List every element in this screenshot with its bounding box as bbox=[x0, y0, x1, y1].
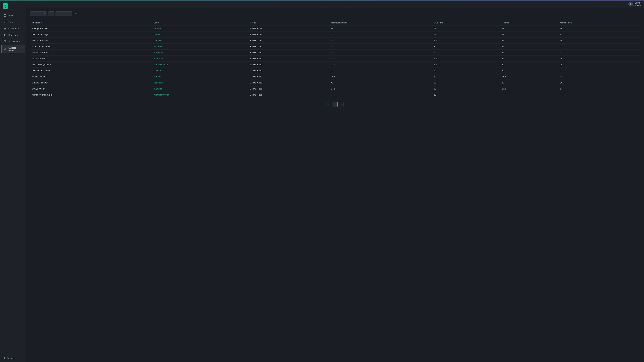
prev-page-button[interactable]: ‹ bbox=[326, 102, 331, 107]
cell-login[interactable]: ylieonova bbox=[152, 43, 248, 50]
main-content: DavidMalan × Full Name Login Group Macro bbox=[26, 0, 644, 362]
svg-rect-2 bbox=[4, 15, 5, 16]
table-row: Eduard PaimashepaimashEMMB-622e42206225 bbox=[30, 80, 640, 86]
login-link[interactable]: mkryzhanovska bbox=[154, 93, 169, 96]
table-row: Oleksandr ZhukovozhukovEMMB-522e9229629 bbox=[30, 68, 640, 74]
filter-select[interactable] bbox=[30, 11, 47, 16]
login-link[interactable]: dfadieiev bbox=[154, 39, 162, 42]
svg-rect-23 bbox=[6, 48, 6, 50]
filter-clear-button[interactable]: × bbox=[74, 11, 78, 16]
cell-login[interactable]: dmaksymenko bbox=[152, 62, 248, 68]
cell-management: 26 bbox=[558, 25, 640, 31]
table-row: Zlata PetrenkozpetrenkoEMMB-522e13810062… bbox=[30, 56, 640, 62]
cell-login[interactable]: mhubina bbox=[152, 74, 248, 80]
col-group: Group bbox=[248, 20, 329, 25]
cell-login[interactable]: ozhukov bbox=[152, 68, 248, 74]
sidebar: g Project bbox=[0, 0, 26, 362]
cell-marketing: 52 bbox=[432, 25, 500, 31]
project-icon bbox=[4, 14, 7, 17]
cell-marketing: 10 bbox=[432, 74, 500, 80]
avatar bbox=[628, 1, 633, 6]
cell-macroeconomics: 88 bbox=[329, 25, 432, 31]
cell-marketing: 100 bbox=[432, 37, 500, 43]
login-link[interactable]: zpetrenko bbox=[154, 57, 163, 60]
content-area: × Full Name Login Group Macroeconomics M… bbox=[26, 8, 644, 362]
sidebar-item-tree[interactable]: Tree bbox=[1, 19, 25, 25]
sidebar-item-assessment[interactable]: Assessment bbox=[1, 38, 25, 45]
sidebar-item-subject-marks[interactable]: Subject Marks bbox=[1, 45, 25, 53]
cell-login[interactable]: epaimash bbox=[152, 80, 248, 86]
filter-input-1[interactable] bbox=[48, 11, 54, 16]
cell-marketing: 100 bbox=[432, 56, 500, 62]
cell-login[interactable]: olesyk bbox=[152, 31, 248, 37]
collapse-button[interactable]: Collapse bbox=[0, 354, 26, 362]
login-link[interactable]: dkushnir bbox=[154, 87, 162, 90]
sidebar-item-challenges[interactable]: Challenges bbox=[1, 25, 25, 32]
cell-macroeconomics: 138 bbox=[329, 56, 432, 62]
cell-finance: 62 bbox=[500, 50, 558, 56]
cell-login[interactable]: ksobko bbox=[152, 25, 248, 31]
cell-macroeconomics: 138 bbox=[329, 50, 432, 56]
table-row: Mariia KryzhanovskamkryzhanovskaEMMB-722… bbox=[30, 92, 640, 98]
login-link[interactable]: ozhukov bbox=[154, 69, 162, 72]
sidebar-nav: Project Tree bbox=[0, 12, 26, 53]
svg-line-9 bbox=[4, 22, 5, 22]
cell-management: 72 bbox=[558, 50, 640, 56]
next-page-button[interactable]: › bbox=[339, 102, 344, 107]
cell-group: EMMB-522e bbox=[248, 56, 329, 62]
filter-input-2[interactable] bbox=[56, 11, 72, 16]
svg-point-7 bbox=[5, 23, 6, 23]
assessment-icon bbox=[4, 40, 7, 43]
cell-macroeconomics: 133 bbox=[329, 62, 432, 68]
cell-group: EMMB-522e bbox=[248, 68, 329, 74]
table-header-row: Full Name Login Group Macroeconomics Mar… bbox=[30, 20, 640, 25]
login-link[interactable]: dmaksymenko bbox=[154, 63, 168, 66]
cell-login[interactable]: mkryzhanovska bbox=[152, 92, 248, 98]
cell-marketing: 100 bbox=[432, 62, 500, 68]
cell-group: EMMB-722e bbox=[248, 92, 329, 98]
table-header: Full Name Login Group Macroeconomics Mar… bbox=[30, 20, 640, 25]
cell-login[interactable]: zpetrenko bbox=[152, 56, 248, 62]
cell-finance: 62 bbox=[500, 25, 558, 31]
page-1-button[interactable]: 1 bbox=[332, 102, 338, 107]
cell-marketing: 20 bbox=[432, 80, 500, 86]
cell-login[interactable]: dfadieiev bbox=[152, 37, 248, 43]
svg-marker-12 bbox=[4, 27, 6, 30]
cell-marketing: 61 bbox=[432, 31, 500, 37]
table-row: Daria MaksymenkodmaksymenkoEMMB-522e1331… bbox=[30, 62, 640, 68]
svg-point-6 bbox=[6, 22, 6, 23]
col-full-name: Full Name bbox=[30, 20, 152, 25]
marks-table: Full Name Login Group Macroeconomics Mar… bbox=[30, 20, 640, 98]
cell-full-name: Oleksandr Lesyk bbox=[30, 31, 152, 37]
user-profile[interactable]: DavidMalan bbox=[628, 1, 641, 6]
svg-point-14 bbox=[4, 36, 5, 36]
user-name: DavidMalan bbox=[635, 1, 641, 6]
login-link[interactable]: ksobko bbox=[154, 27, 161, 30]
table-body: Kateryna SobkoksobkoEMMB-622e88526226Ole… bbox=[30, 25, 640, 98]
collapse-label: Collapse bbox=[7, 357, 15, 359]
sidebar-item-branches[interactable]: Branches bbox=[1, 32, 25, 38]
sidebar-item-challenges-label: Challenges bbox=[8, 27, 19, 30]
collapse-icon bbox=[3, 357, 5, 359]
cell-marketing: 37 bbox=[432, 86, 500, 92]
tree-icon bbox=[4, 20, 7, 23]
sidebar-item-project[interactable]: Project bbox=[1, 12, 25, 18]
login-link[interactable]: epaimash bbox=[154, 81, 163, 84]
cell-full-name: Kateryna Sobko bbox=[30, 25, 152, 31]
cell-full-name: Daria Maksymenko bbox=[30, 62, 152, 68]
col-management: Management bbox=[558, 20, 640, 25]
login-link[interactable]: ylieonova bbox=[154, 45, 163, 48]
logo-area: g bbox=[0, 2, 26, 12]
cell-finance: 62 bbox=[500, 56, 558, 62]
login-link[interactable]: tkarpenko bbox=[154, 51, 163, 54]
login-link[interactable]: olesyk bbox=[154, 33, 160, 36]
cell-login[interactable]: tkarpenko bbox=[152, 50, 248, 56]
subject-marks-icon bbox=[4, 48, 7, 51]
cell-full-name: Tetiana Karpenko bbox=[30, 50, 152, 56]
cell-macroeconomics: 92 bbox=[329, 68, 432, 74]
cell-group: EMMB-722e bbox=[248, 50, 329, 56]
cell-finance: 62 bbox=[500, 31, 558, 37]
cell-login[interactable]: dkushnir bbox=[152, 86, 248, 92]
cell-management: 14 bbox=[558, 86, 640, 92]
login-link[interactable]: mhubina bbox=[154, 75, 162, 78]
